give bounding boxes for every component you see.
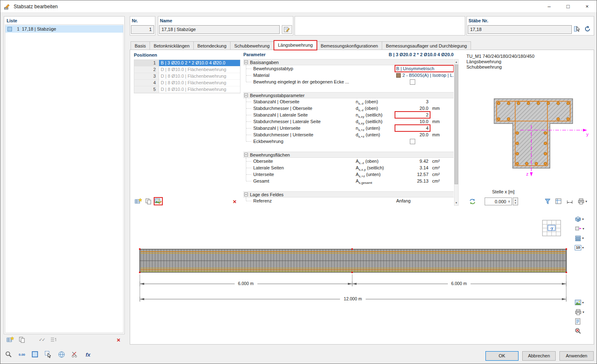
view-direction-button[interactable]: ▾ [574, 225, 585, 232]
views-button[interactable]: ▾ [574, 215, 585, 223]
dimensions-button[interactable] [566, 197, 574, 205]
dropdown-icon[interactable]: ▾ [583, 227, 584, 231]
param-value-cell[interactable]: 3 [395, 98, 430, 105]
name-field[interactable]: 17,18 | Stabzüge [159, 25, 280, 34]
sort-button[interactable] [49, 336, 57, 343]
param-value-cell[interactable]: 10.0 [395, 118, 430, 125]
beam-elevation-view[interactable]: 6.000 m 6.000 m 12.000 m [131, 209, 594, 344]
scrollbar-thumb[interactable] [454, 64, 458, 184]
copy-position-button[interactable] [144, 197, 152, 205]
decimal-places-button[interactable]: 0.00 [18, 351, 26, 358]
print-button[interactable]: ▾ [574, 308, 585, 316]
row-stabanzahl-laterale-seite[interactable]: Stabanzahl | Laterale Seite ns,±y (seitl… [243, 112, 454, 118]
position-combobox[interactable]: 0.000 ∨ [485, 197, 512, 205]
row-flaeche-unterseite[interactable]: Unterseite As,+z (unten) 12.57 cm² [243, 171, 454, 178]
material-dropdown[interactable]: 2 - B500S(A) | Isotrop | L... [395, 72, 454, 79]
add-member-set-button[interactable] [6, 336, 14, 343]
ecke-checkbox[interactable] [410, 79, 415, 85]
dropdown-icon[interactable]: ▾ [582, 301, 584, 305]
param-value-cell[interactable]: 20.0 [395, 105, 430, 112]
dropdown-icon[interactable]: ▾ [582, 217, 584, 221]
apply-button[interactable]: Anwenden [559, 351, 594, 361]
row-referenz[interactable]: Referenz Anfang [243, 197, 454, 204]
dropdown-icon[interactable]: ▾ [585, 200, 587, 203]
stepper-up-icon[interactable]: ▴ [515, 199, 516, 202]
combo-arrow-icon[interactable]: ∨ [508, 200, 510, 203]
row-stabdurchmesser-oberseite[interactable]: Stabdurchmesser | Oberseite ds,-z (oben)… [243, 105, 454, 112]
position-row[interactable]: 3 D | 8 Ø10.0 | Flächenbewehrung [134, 73, 240, 80]
scroll-up-icon[interactable]: ▲ [454, 59, 458, 64]
add-position-button[interactable] [134, 197, 143, 205]
close-button[interactable]: × [578, 0, 597, 13]
visibility-button[interactable]: ▾ [574, 234, 585, 242]
row-material[interactable]: Material 2 - B500S(A) | Isotrop | L... [243, 72, 454, 79]
collapse-icon[interactable] [244, 93, 248, 97]
cross-section-view[interactable]: y z [471, 94, 591, 180]
param-value-cell[interactable]: 4 [395, 125, 430, 131]
generate-position-button[interactable] [154, 197, 162, 205]
row-bewehrung-ecke[interactable]: Bewehrung eingelegt in der gebogenen Eck… [243, 79, 454, 85]
position-row[interactable]: 2 D | 8 Ø10.0 | Flächenbewehrung [134, 67, 240, 73]
position-row[interactable]: 1 B | 3 Ø20.0 2 * 2 Ø10.0 4 Ø20.0 [134, 60, 240, 67]
select-objects-button[interactable] [44, 351, 52, 358]
tab-basis[interactable]: Basis [131, 41, 150, 50]
numbering-button[interactable]: 10 ▾ [574, 244, 585, 251]
row-flaeche-oberseite[interactable]: Oberseite As,-z (oben) 9.42 cm² [243, 158, 454, 164]
nr-field[interactable]: 1 [131, 25, 154, 34]
print-preview-button[interactable]: ▾ [577, 197, 588, 205]
position-row[interactable]: 4 D | 8 Ø10.0 | Flächenbewehrung [134, 80, 240, 86]
cancel-button[interactable]: Abbrechen [522, 351, 556, 361]
check-all-button[interactable]: ✓✓ [38, 336, 46, 343]
tab-betondeckung[interactable]: Betondeckung [194, 41, 231, 50]
clipping-button[interactable] [71, 351, 79, 358]
tab-betonknicklaengen[interactable]: Betonknicklängen [150, 41, 194, 50]
select-members-button[interactable] [573, 25, 581, 33]
referenz-dropdown[interactable]: Anfang [395, 197, 454, 204]
dropdown-icon[interactable]: ▾ [582, 236, 584, 240]
position-row[interactable]: 5 D | 8 Ø10.0 | Flächenbewehrung [134, 86, 240, 93]
tab-schubbewehrung[interactable]: Schubbewehrung [231, 41, 274, 50]
member-set-list[interactable]: 1 17,18 | Stabzüge [5, 24, 124, 333]
row-stabdurchmesser-unterseite[interactable]: Stabdurchmesser | Unterseite ds,+z (unte… [243, 131, 454, 138]
staebe-field[interactable]: 17,18 [468, 25, 572, 34]
report-button[interactable] [574, 318, 585, 325]
minimize-button[interactable]: – [540, 0, 559, 13]
display-properties-button[interactable]: ▾ [574, 299, 585, 306]
param-value-cell[interactable]: 20.0 [395, 131, 430, 138]
param-value-cell[interactable]: 2 [395, 112, 430, 118]
scroll-down-icon[interactable]: ▼ [454, 200, 458, 205]
filter-button[interactable] [543, 197, 552, 205]
section-display-button[interactable] [554, 197, 563, 205]
list-item-member-set[interactable]: 1 17,18 | Stabzüge [5, 25, 123, 33]
bewehrungsstabtyp-dropdown[interactable]: B | Unsymmetrisch [395, 65, 454, 72]
collapse-icon[interactable] [244, 60, 248, 64]
delete-member-set-button[interactable]: × [114, 336, 123, 343]
row-bewehrungsstabtyp[interactable]: Bewehrungsstabtyp B | Unsymmetrisch [243, 65, 454, 72]
parameter-scrollbar[interactable]: ▲ ▼ [454, 59, 459, 206]
dropdown-icon[interactable]: ▾ [583, 310, 584, 314]
row-flaeche-gesamt[interactable]: Gesamt As,gesamt 25.13 cm² [243, 178, 454, 184]
collapse-icon[interactable] [244, 193, 248, 196]
find-button[interactable] [5, 351, 13, 358]
tab-bemessungsauflager[interactable]: Bemessungsauflager und Durchbiegung [382, 41, 471, 50]
display-colors-button[interactable] [31, 351, 39, 358]
delete-position-button[interactable]: × [231, 197, 239, 205]
sync-position-button[interactable] [468, 197, 478, 206]
row-stabdurchmesser-laterale-seite[interactable]: Stabdurchmesser | Laterale Seite ds,±y (… [243, 118, 454, 125]
eckbewehrung-checkbox[interactable] [410, 139, 415, 144]
stepper-down-icon[interactable]: ▾ [515, 202, 516, 205]
position-stepper[interactable]: ▴ ▾ [513, 197, 518, 205]
copy-member-set-button[interactable] [18, 336, 26, 343]
rendering-button[interactable] [57, 351, 66, 358]
tab-bemessungskonfigurationen[interactable]: Bemessungskonfigurationen [317, 41, 382, 50]
dropdown-icon[interactable]: ▾ [582, 246, 584, 250]
row-flaeche-laterale-seiten[interactable]: Laterale Seiten As,±,y (seitlich) 3.14 c… [243, 164, 454, 171]
maximize-button[interactable]: □ [559, 0, 578, 13]
collapse-icon[interactable] [244, 153, 248, 157]
restore-selection-button[interactable] [583, 25, 592, 33]
rename-button[interactable] [282, 25, 292, 34]
view-axis-indicator[interactable]: -y [540, 219, 563, 238]
ok-button[interactable]: OK [485, 351, 519, 361]
row-eckbewehrung[interactable]: Eckbewehrung [243, 138, 454, 145]
row-stabanzahl-oberseite[interactable]: Stabanzahl | Oberseite ns,-z (oben) 3 [243, 98, 454, 105]
